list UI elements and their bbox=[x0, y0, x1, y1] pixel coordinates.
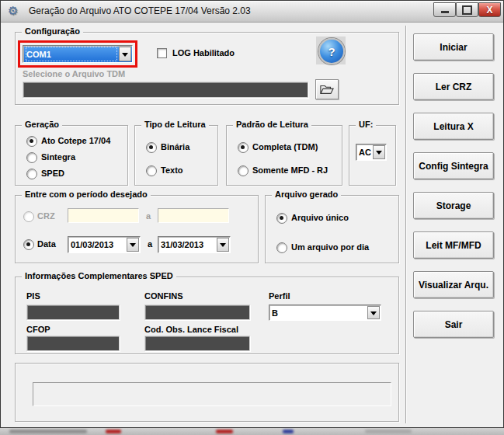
window-title: Geração do Arquivo ATO COTEPE 17/04 Vers… bbox=[29, 5, 251, 16]
com-port-value: COM1 bbox=[25, 46, 118, 62]
radio-binaria-label: Binária bbox=[161, 142, 189, 151]
taskbar-smudge bbox=[9, 430, 87, 433]
panel-divider bbox=[405, 26, 407, 423]
radio-ato-cotepe-label: Ato Cotepe 17/04 bbox=[41, 136, 110, 145]
perfil-dropdown-button[interactable] bbox=[367, 306, 380, 319]
radio-completa-tdm[interactable] bbox=[238, 142, 249, 153]
close-icon: X bbox=[486, 5, 492, 16]
tipo-leitura-legend: Tipo de Leitura bbox=[141, 120, 209, 129]
date-to-dropdown-button[interactable] bbox=[217, 238, 229, 252]
crz-a-label: a bbox=[146, 211, 151, 221]
radio-sintegra[interactable] bbox=[26, 152, 37, 163]
perfil-value: B bbox=[272, 305, 367, 320]
minimize-icon bbox=[441, 11, 449, 13]
status-output-field bbox=[33, 382, 391, 406]
radio-data[interactable] bbox=[23, 239, 34, 250]
cfop-label: CFOP bbox=[26, 325, 50, 334]
date-to-select[interactable]: 31/03/2013 bbox=[158, 236, 231, 253]
leitura-x-button[interactable]: Leitura X bbox=[413, 113, 494, 140]
status-group bbox=[15, 363, 399, 422]
screen: ⚙ Geração do Arquivo ATO COTEPE 17/04 Ve… bbox=[0, 0, 504, 435]
radio-somente-mfd-label: Somente MFD - RJ bbox=[252, 165, 328, 175]
taskbar-smudge-red bbox=[216, 430, 233, 433]
chevron-down-icon bbox=[130, 243, 136, 250]
arquivo-gerado-legend: Arquivo gerado bbox=[272, 190, 341, 199]
tdm-file-label: Selecione o Arquivo TDM bbox=[23, 69, 125, 78]
radio-crz-label: CRZ bbox=[37, 211, 55, 221]
browse-file-button[interactable] bbox=[315, 79, 339, 99]
radio-ato-cotepe[interactable] bbox=[26, 136, 37, 147]
taskbar-smudge-blue bbox=[283, 430, 294, 433]
close-button[interactable]: X bbox=[478, 2, 501, 17]
chevron-down-icon bbox=[370, 311, 377, 318]
radio-binaria[interactable] bbox=[146, 142, 157, 153]
uf-dropdown-button[interactable] bbox=[373, 145, 385, 159]
date-from-value: 01/03/2013 bbox=[71, 237, 126, 252]
pis-label: PIS bbox=[26, 291, 40, 301]
maximize-icon bbox=[462, 5, 472, 15]
uf-group: UF: AC bbox=[349, 125, 396, 186]
sped-group: Informações Complementares SPED PIS CONF… bbox=[15, 277, 399, 354]
sair-button[interactable]: Sair bbox=[413, 311, 494, 338]
arquivo-gerado-group: Arquivo gerado Arquivo único Um arquivo … bbox=[265, 195, 399, 263]
configuracao-group: Configuração COM1 LOG Habilitado ? Selec… bbox=[15, 32, 399, 105]
com-port-select[interactable]: COM1 bbox=[23, 45, 133, 63]
open-folder-icon bbox=[320, 84, 334, 95]
config-sintegra-button[interactable]: Config Sintegra bbox=[413, 152, 494, 179]
storage-button[interactable]: Storage bbox=[413, 192, 494, 219]
date-from-dropdown-button[interactable] bbox=[127, 238, 139, 252]
maximize-button[interactable] bbox=[456, 2, 478, 17]
chevron-down-icon bbox=[376, 151, 382, 158]
cfop-field bbox=[26, 336, 120, 351]
radio-arquivo-por-dia-label: Um arquivo por dia bbox=[291, 242, 369, 252]
radio-sped-label: SPED bbox=[41, 169, 64, 178]
log-checkbox-label: LOG Habilitado bbox=[172, 48, 235, 57]
iniciar-button[interactable]: Iniciar bbox=[413, 33, 494, 61]
confins-field bbox=[144, 304, 250, 320]
radio-sintegra-label: Sintegra bbox=[41, 152, 75, 162]
pis-field bbox=[26, 304, 120, 320]
confins-label: CONFINS bbox=[144, 291, 183, 301]
gear-icon: ⚙ bbox=[8, 4, 18, 18]
uf-select[interactable]: AC bbox=[356, 144, 387, 161]
taskbar-smudge-red bbox=[106, 430, 121, 433]
tdm-file-field bbox=[23, 82, 308, 98]
periodo-group: Entre com o período desejado CRZ a Data … bbox=[15, 195, 259, 263]
minimize-button[interactable] bbox=[433, 2, 456, 17]
geracao-legend: Geração bbox=[22, 120, 62, 129]
padrao-leitura-legend: Padrão de Leitura bbox=[233, 120, 311, 129]
date-to-value: 31/03/2013 bbox=[161, 237, 216, 252]
help-button[interactable]: ? bbox=[318, 38, 345, 64]
cod-obs-label: Cod. Obs. Lance Fiscal bbox=[144, 325, 238, 334]
log-checkbox[interactable] bbox=[157, 48, 167, 58]
sped-legend: Informações Complementares SPED bbox=[22, 271, 176, 280]
radio-sped[interactable] bbox=[26, 169, 37, 179]
padrao-leitura-group: Padrão de Leitura Completa (TDM) Somente… bbox=[226, 125, 342, 186]
visualizar-arqu-button[interactable]: Visualizar Arqu. bbox=[413, 271, 494, 298]
periodo-legend: Entre com o período desejado bbox=[22, 190, 151, 199]
radio-data-label: Data bbox=[37, 239, 56, 249]
uf-legend: UF: bbox=[356, 120, 376, 129]
chevron-down-icon bbox=[122, 53, 128, 60]
radio-crz[interactable] bbox=[23, 211, 34, 222]
radio-arquivo-unico[interactable] bbox=[276, 213, 287, 224]
crz-to-field[interactable] bbox=[158, 208, 229, 223]
radio-texto-label: Texto bbox=[161, 165, 183, 175]
radio-somente-mfd[interactable] bbox=[238, 165, 249, 176]
radio-arquivo-unico-label: Arquivo único bbox=[291, 213, 349, 222]
ler-crz-button[interactable]: Ler CRZ bbox=[413, 73, 494, 100]
perfil-select[interactable]: B bbox=[269, 304, 381, 321]
configuracao-legend: Configuração bbox=[22, 26, 83, 36]
crz-from-field[interactable] bbox=[68, 208, 139, 223]
radio-completa-tdm-label: Completa (TDM) bbox=[252, 142, 318, 151]
title-bar[interactable]: ⚙ Geração do Arquivo ATO COTEPE 17/04 Ve… bbox=[1, 1, 503, 23]
radio-texto[interactable] bbox=[146, 165, 157, 176]
cod-obs-field bbox=[144, 336, 250, 351]
app-window: ⚙ Geração do Arquivo ATO COTEPE 17/04 Ve… bbox=[0, 0, 504, 428]
taskbar-smudge bbox=[365, 430, 412, 433]
date-from-select[interactable]: 01/03/2013 bbox=[68, 236, 141, 253]
com-port-dropdown-button[interactable] bbox=[119, 47, 131, 61]
radio-arquivo-por-dia[interactable] bbox=[276, 242, 287, 253]
question-mark-icon: ? bbox=[328, 45, 335, 58]
leit-mf-mfd-button[interactable]: Leit MF/MFD bbox=[413, 231, 494, 259]
